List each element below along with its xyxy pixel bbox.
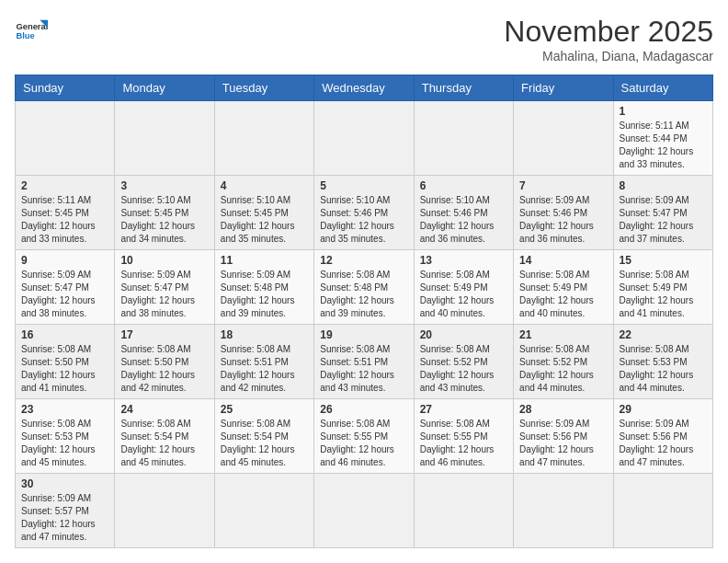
- calendar-cell: 9Sunrise: 5:09 AM Sunset: 5:47 PM Daylig…: [16, 250, 115, 325]
- day-info: Sunrise: 5:08 AM Sunset: 5:55 PM Dayligh…: [420, 418, 507, 469]
- svg-text:Blue: Blue: [16, 31, 34, 40]
- day-info: Sunrise: 5:09 AM Sunset: 5:57 PM Dayligh…: [21, 492, 108, 544]
- day-info: Sunrise: 5:08 AM Sunset: 5:54 PM Dayligh…: [221, 418, 308, 469]
- calendar-cell: 14Sunrise: 5:08 AM Sunset: 5:49 PM Dayli…: [514, 250, 613, 325]
- day-number: 3: [120, 179, 208, 192]
- calendar-cell: 28Sunrise: 5:09 AM Sunset: 5:56 PM Dayli…: [514, 399, 613, 474]
- calendar-cell: 25Sunrise: 5:08 AM Sunset: 5:54 PM Dayli…: [214, 399, 313, 474]
- calendar-cell: 10Sunrise: 5:09 AM Sunset: 5:47 PM Dayli…: [115, 250, 214, 325]
- calendar-cell: 24Sunrise: 5:08 AM Sunset: 5:54 PM Dayli…: [115, 399, 214, 474]
- day-info: Sunrise: 5:10 AM Sunset: 5:46 PM Dayligh…: [420, 194, 507, 246]
- day-number: 28: [519, 403, 607, 416]
- calendar-cell: 27Sunrise: 5:08 AM Sunset: 5:55 PM Dayli…: [414, 399, 513, 474]
- day-info: Sunrise: 5:09 AM Sunset: 5:47 PM Dayligh…: [120, 269, 208, 320]
- weekday-header-saturday: Saturday: [613, 75, 712, 101]
- day-number: 26: [320, 403, 407, 416]
- weekday-header-sunday: Sunday: [16, 75, 115, 101]
- day-number: 11: [221, 254, 308, 267]
- calendar-cell: 8Sunrise: 5:09 AM Sunset: 5:47 PM Daylig…: [613, 176, 712, 250]
- day-info: Sunrise: 5:11 AM Sunset: 5:45 PM Dayligh…: [21, 194, 108, 246]
- day-number: 5: [320, 179, 407, 192]
- day-number: 1: [620, 105, 707, 118]
- day-number: 2: [21, 179, 108, 192]
- logo: General Blue: [15, 15, 48, 48]
- day-info: Sunrise: 5:09 AM Sunset: 5:46 PM Dayligh…: [519, 194, 607, 246]
- day-number: 27: [420, 403, 507, 416]
- day-info: Sunrise: 5:10 AM Sunset: 5:46 PM Dayligh…: [320, 194, 407, 246]
- calendar-cell: 18Sunrise: 5:08 AM Sunset: 5:51 PM Dayli…: [214, 325, 313, 399]
- day-info: Sunrise: 5:08 AM Sunset: 5:52 PM Dayligh…: [420, 343, 507, 395]
- calendar-cell: 2Sunrise: 5:11 AM Sunset: 5:45 PM Daylig…: [16, 176, 115, 250]
- day-number: 14: [519, 254, 607, 267]
- calendar-cell: [214, 101, 313, 176]
- day-info: Sunrise: 5:08 AM Sunset: 5:51 PM Dayligh…: [221, 343, 308, 395]
- day-number: 16: [21, 328, 108, 341]
- calendar-week-row: 9Sunrise: 5:09 AM Sunset: 5:47 PM Daylig…: [16, 250, 713, 325]
- day-info: Sunrise: 5:09 AM Sunset: 5:47 PM Dayligh…: [21, 269, 108, 320]
- calendar-cell: 19Sunrise: 5:08 AM Sunset: 5:51 PM Dayli…: [314, 325, 414, 399]
- calendar-cell: 4Sunrise: 5:10 AM Sunset: 5:45 PM Daylig…: [214, 176, 313, 250]
- day-number: 29: [620, 403, 707, 416]
- calendar-week-row: 30Sunrise: 5:09 AM Sunset: 5:57 PM Dayli…: [16, 474, 713, 548]
- calendar-cell: 7Sunrise: 5:09 AM Sunset: 5:46 PM Daylig…: [514, 176, 613, 250]
- day-info: Sunrise: 5:08 AM Sunset: 5:49 PM Dayligh…: [519, 269, 607, 320]
- weekday-header-tuesday: Tuesday: [214, 75, 313, 101]
- calendar-cell: 15Sunrise: 5:08 AM Sunset: 5:49 PM Dayli…: [613, 250, 712, 325]
- day-info: Sunrise: 5:10 AM Sunset: 5:45 PM Dayligh…: [221, 194, 308, 246]
- day-info: Sunrise: 5:08 AM Sunset: 5:49 PM Dayligh…: [620, 269, 707, 320]
- day-info: Sunrise: 5:09 AM Sunset: 5:48 PM Dayligh…: [221, 269, 308, 320]
- calendar-cell: [314, 101, 414, 176]
- day-info: Sunrise: 5:08 AM Sunset: 5:54 PM Dayligh…: [120, 418, 208, 469]
- day-number: 18: [221, 328, 308, 341]
- calendar-table: SundayMondayTuesdayWednesdayThursdayFrid…: [15, 75, 713, 548]
- day-number: 4: [221, 179, 308, 192]
- weekday-header-thursday: Thursday: [414, 75, 513, 101]
- calendar-cell: 17Sunrise: 5:08 AM Sunset: 5:50 PM Dayli…: [115, 325, 214, 399]
- calendar-cell: 20Sunrise: 5:08 AM Sunset: 5:52 PM Dayli…: [414, 325, 513, 399]
- calendar-cell: 21Sunrise: 5:08 AM Sunset: 5:52 PM Dayli…: [514, 325, 613, 399]
- calendar-cell: 6Sunrise: 5:10 AM Sunset: 5:46 PM Daylig…: [414, 176, 513, 250]
- day-info: Sunrise: 5:10 AM Sunset: 5:45 PM Dayligh…: [120, 194, 208, 246]
- day-info: Sunrise: 5:11 AM Sunset: 5:44 PM Dayligh…: [620, 120, 707, 171]
- calendar-cell: 12Sunrise: 5:08 AM Sunset: 5:48 PM Dayli…: [314, 250, 414, 325]
- weekday-header-friday: Friday: [514, 75, 613, 101]
- calendar-cell: [414, 101, 513, 176]
- calendar-cell: [115, 474, 214, 548]
- day-number: 30: [21, 477, 108, 490]
- day-info: Sunrise: 5:09 AM Sunset: 5:56 PM Dayligh…: [620, 418, 707, 469]
- calendar-cell: 22Sunrise: 5:08 AM Sunset: 5:53 PM Dayli…: [613, 325, 712, 399]
- calendar-cell: 16Sunrise: 5:08 AM Sunset: 5:50 PM Dayli…: [16, 325, 115, 399]
- day-info: Sunrise: 5:08 AM Sunset: 5:48 PM Dayligh…: [320, 269, 407, 320]
- day-number: 15: [620, 254, 707, 267]
- calendar-cell: [115, 101, 214, 176]
- calendar-cell: [613, 474, 712, 548]
- calendar-cell: [314, 474, 414, 548]
- calendar-cell: [414, 474, 513, 548]
- day-info: Sunrise: 5:08 AM Sunset: 5:50 PM Dayligh…: [21, 343, 108, 395]
- calendar-week-row: 16Sunrise: 5:08 AM Sunset: 5:50 PM Dayli…: [16, 325, 713, 399]
- calendar-cell: 29Sunrise: 5:09 AM Sunset: 5:56 PM Dayli…: [613, 399, 712, 474]
- calendar-cell: 1Sunrise: 5:11 AM Sunset: 5:44 PM Daylig…: [613, 101, 712, 176]
- day-number: 8: [620, 179, 707, 192]
- logo-icon: General Blue: [15, 15, 48, 48]
- day-number: 23: [21, 403, 108, 416]
- day-number: 6: [420, 179, 507, 192]
- calendar-cell: 11Sunrise: 5:09 AM Sunset: 5:48 PM Dayli…: [214, 250, 313, 325]
- weekday-header-monday: Monday: [115, 75, 214, 101]
- calendar-cell: 5Sunrise: 5:10 AM Sunset: 5:46 PM Daylig…: [314, 176, 414, 250]
- day-number: 21: [519, 328, 607, 341]
- day-info: Sunrise: 5:08 AM Sunset: 5:53 PM Dayligh…: [21, 418, 108, 469]
- calendar-week-row: 23Sunrise: 5:08 AM Sunset: 5:53 PM Dayli…: [16, 399, 713, 474]
- day-info: Sunrise: 5:08 AM Sunset: 5:50 PM Dayligh…: [120, 343, 208, 395]
- calendar-cell: 23Sunrise: 5:08 AM Sunset: 5:53 PM Dayli…: [16, 399, 115, 474]
- weekday-header-wednesday: Wednesday: [314, 75, 414, 101]
- day-info: Sunrise: 5:09 AM Sunset: 5:56 PM Dayligh…: [519, 418, 607, 469]
- day-info: Sunrise: 5:08 AM Sunset: 5:51 PM Dayligh…: [320, 343, 407, 395]
- header: General Blue November 2025 Mahalina, Dia…: [15, 15, 713, 63]
- calendar-cell: [514, 474, 613, 548]
- day-info: Sunrise: 5:08 AM Sunset: 5:49 PM Dayligh…: [420, 269, 507, 320]
- svg-text:General: General: [16, 22, 48, 31]
- calendar-week-row: 1Sunrise: 5:11 AM Sunset: 5:44 PM Daylig…: [16, 101, 713, 176]
- day-info: Sunrise: 5:09 AM Sunset: 5:47 PM Dayligh…: [620, 194, 707, 246]
- day-number: 17: [120, 328, 208, 341]
